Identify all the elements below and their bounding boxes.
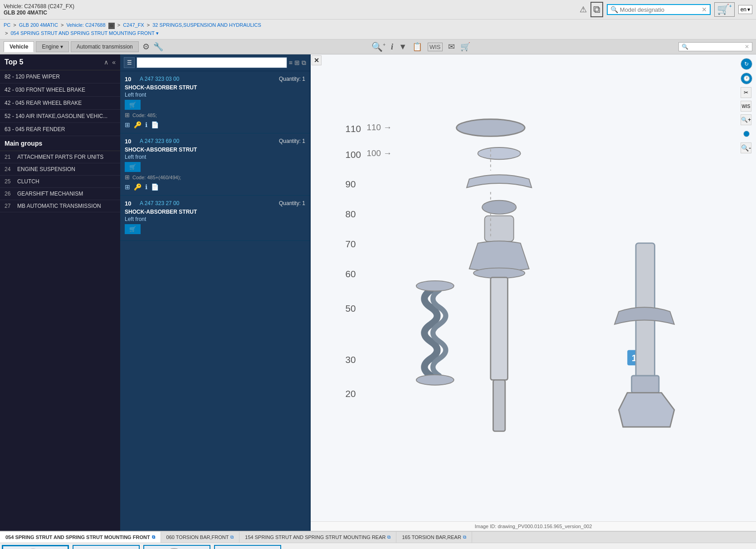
- breadcrumb-dropdown-icon[interactable]: ▾: [156, 30, 159, 36]
- svg-point-19: [416, 281, 454, 291]
- group-item-21[interactable]: 21 ATTACHMENT PARTS FOR UNITS: [0, 151, 120, 163]
- part-item-0: 10 A 247 323 03 00 Quantity: 1 SHOCK-ABS…: [120, 71, 310, 133]
- part-code-info-1: ⊞ Code: 485+(460/494);: [125, 174, 305, 181]
- thumbnail-1[interactable]: [73, 545, 140, 549]
- part-code-0: A 247 323 03 00: [140, 76, 279, 82]
- breadcrumb-054spring[interactable]: 054 SPRING STRUT AND SPRING STRUT MOUNTI…: [10, 30, 154, 36]
- group-label-27: MB AUTOMATIC TRANSMISSION: [17, 203, 101, 209]
- svg-rect-17: [493, 380, 505, 431]
- thumb-tab-2[interactable]: 154 SPRING STRUT AND SPRING STRUT MOUNTI…: [239, 532, 396, 543]
- right-panel-refresh-icon[interactable]: ↻: [741, 58, 752, 70]
- part-pos-2: 10: [125, 200, 136, 207]
- top5-item-4[interactable]: 63 - 045 REAR FENDER: [0, 123, 120, 136]
- grid-view-icon[interactable]: ⊞: [294, 59, 300, 67]
- thumbnail-svg-2: [147, 547, 206, 549]
- svg-text:80: 80: [346, 209, 356, 220]
- thumbnails-bar: 054 SPRING STRUT AND SPRING STRUT MOUNTI…: [0, 531, 756, 549]
- model-search-input[interactable]: [620, 6, 702, 13]
- toolbar-info-icon[interactable]: i: [391, 42, 393, 52]
- part-info-icon-0[interactable]: ℹ: [145, 121, 147, 128]
- tab-auto-transmission[interactable]: Automatic transmission: [71, 41, 139, 52]
- language-select[interactable]: en ▾: [738, 5, 752, 14]
- thumb-tab-1[interactable]: 060 TORSION BAR,FRONT ⧉: [161, 532, 240, 543]
- expand-view-icon[interactable]: ⧉: [302, 59, 306, 67]
- close-view-button[interactable]: ✕: [312, 55, 322, 65]
- tab-search-clear[interactable]: ✕: [745, 44, 749, 50]
- tab-search-input[interactable]: [690, 44, 745, 50]
- breadcrumb-c247fx[interactable]: C247_FX: [123, 22, 144, 28]
- thumbnail-0[interactable]: [2, 545, 69, 549]
- cart-icon-top[interactable]: 🛒+: [714, 2, 735, 17]
- parts-panel: ☰ ≡ ⊞ ⧉ 10 A 247 323 03 00 Quantity: 1 S…: [120, 54, 311, 531]
- thumb-tab-3[interactable]: 165 TORSION BAR,REAR ⧉: [396, 532, 472, 543]
- group-item-24[interactable]: 24 ENGINE SUSPENSION: [0, 163, 120, 176]
- vehicle-copy-icon[interactable]: ⧉: [108, 23, 115, 29]
- view-panel-3d: ✕ 110 100 90 80 70 60 50 30 20 110 → 100…: [311, 54, 756, 521]
- breadcrumb-glb[interactable]: GLB 200 4MATIC: [19, 22, 58, 28]
- sidebar-expand-icon[interactable]: «: [112, 59, 116, 66]
- part-name-0: SHOCK-ABSORBER STRUT: [125, 84, 305, 91]
- sidebar-collapse-icon[interactable]: ∧: [104, 59, 108, 66]
- svg-text:100: 100: [346, 149, 361, 160]
- model-label: GLB 200 4MATIC: [4, 10, 74, 16]
- list-view-icon[interactable]: ≡: [289, 59, 293, 67]
- right-panel-wis-icon[interactable]: WIS: [741, 101, 751, 112]
- toolbar-zoom-icon[interactable]: 🔍+: [371, 41, 385, 52]
- right-panel-zoom-out-icon[interactable]: 🔍-: [741, 142, 751, 153]
- tab-vehicle[interactable]: Vehicle: [4, 41, 34, 52]
- thumb-tab-0[interactable]: 054 SPRING STRUT AND SPRING STRUT MOUNTI…: [0, 532, 161, 543]
- toolbar-mail-icon[interactable]: ✉: [448, 42, 455, 52]
- thumbnails-content: [0, 543, 756, 549]
- thumbnail-3[interactable]: [214, 545, 281, 549]
- alert-icon[interactable]: ⚠: [580, 5, 587, 15]
- thumb-external-icon-1: ⧉: [230, 534, 234, 540]
- parts-search-field[interactable]: [137, 57, 287, 68]
- right-panel-history-icon[interactable]: 🕐: [741, 73, 752, 84]
- toolbar-cart-icon[interactable]: 🛒: [460, 42, 470, 52]
- add-to-cart-1[interactable]: 🛒: [125, 162, 141, 172]
- part-key-icon-0[interactable]: 🔑: [134, 121, 141, 128]
- part-table-icon-1[interactable]: ⊞: [125, 183, 130, 191]
- part-code-info-0: ⊞ Code: 485;: [125, 112, 305, 118]
- engine-tab-arrow: ▾: [60, 44, 63, 50]
- right-panel-zoom-in-icon[interactable]: 🔍+: [741, 114, 751, 125]
- copy-icon[interactable]: ⧉: [590, 2, 603, 17]
- svg-point-13: [482, 201, 516, 214]
- part-key-icon-1[interactable]: 🔑: [134, 183, 141, 191]
- group-item-25[interactable]: 25 CLUTCH: [0, 176, 120, 188]
- thumbnail-2[interactable]: [143, 545, 210, 549]
- model-search-box: 🔍 ✕: [607, 4, 711, 15]
- part-item-2: 10 A 247 323 27 00 Quantity: 1 SHOCK-ABS…: [120, 196, 310, 241]
- part-info-icon-1[interactable]: ℹ: [145, 183, 147, 191]
- group-label-26: GEARSHIFT MECHANISM: [17, 191, 83, 197]
- breadcrumb-vehicle[interactable]: Vehicle: C247688: [66, 22, 105, 28]
- part-doc-icon-1[interactable]: 📄: [151, 183, 159, 191]
- sidebar-controls: ∧ «: [104, 59, 116, 66]
- add-to-cart-0[interactable]: 🛒: [125, 100, 141, 110]
- toolbar-wis-icon[interactable]: WIS: [428, 43, 443, 51]
- search-clear-icon[interactable]: ✕: [702, 6, 707, 13]
- top5-item-1[interactable]: 42 - 030 FRONT WHEEL BRAKE: [0, 83, 120, 97]
- toolbar-filter-icon[interactable]: ▼: [399, 42, 407, 52]
- tab-engine[interactable]: Engine ▾: [36, 41, 68, 52]
- breadcrumb-pc[interactable]: PC: [4, 22, 10, 28]
- breadcrumb-32springs[interactable]: 32 SPRINGS,SUSPENSION AND HYDRAULICS: [152, 22, 261, 28]
- lang-arrow: ▾: [747, 6, 750, 13]
- add-to-cart-2[interactable]: 🛒: [125, 224, 141, 234]
- top5-item-0[interactable]: 82 - 120 PANE WIPER: [0, 70, 120, 83]
- part-table-icon-0[interactable]: ⊞: [125, 121, 130, 128]
- parts-filter-btn[interactable]: ☰: [124, 57, 135, 68]
- top5-item-3[interactable]: 52 - 140 AIR INTAKE,GASOLINE VEHIC...: [0, 110, 120, 123]
- view-panel: ✕ 110 100 90 80 70 60 50 30 20 110 → 100…: [311, 54, 756, 531]
- svg-text:60: 60: [346, 269, 356, 279]
- tab-icon-settings[interactable]: ⚙: [142, 42, 150, 52]
- group-item-26[interactable]: 26 GEARSHIFT MECHANISM: [0, 188, 120, 200]
- right-panel-scissors-icon[interactable]: ✂: [741, 87, 751, 98]
- part-doc-icon-0[interactable]: 📄: [151, 121, 159, 128]
- tab-icon-wrench[interactable]: 🔧: [153, 42, 163, 52]
- group-num-24: 24: [5, 166, 14, 172]
- top5-item-2[interactable]: 42 - 045 REAR WHEEL BRAKE: [0, 97, 120, 110]
- toolbar-doc-icon[interactable]: 📋: [412, 42, 422, 52]
- breadcrumb: PC > GLB 200 4MATIC > Vehicle: C247688 ⧉…: [0, 20, 756, 39]
- group-item-27[interactable]: 27 MB AUTOMATIC TRANSMISSION: [0, 200, 120, 212]
